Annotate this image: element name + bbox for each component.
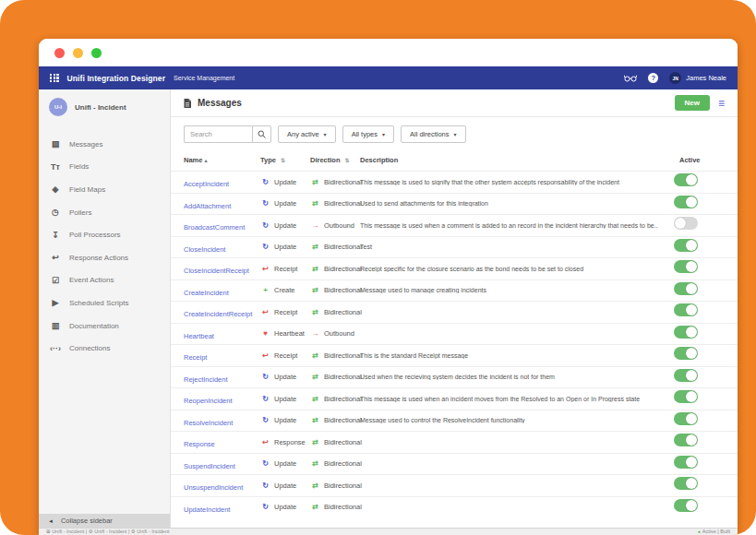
description-text: Message used to control the ResolveIncid… bbox=[360, 417, 658, 423]
user-avatar[interactable]: JN bbox=[669, 72, 681, 84]
apps-grid-icon[interactable] bbox=[50, 74, 59, 83]
message-name-link[interactable]: Heartbeat bbox=[184, 332, 214, 340]
page-header: Messages New ≡ bbox=[171, 89, 738, 117]
direction-filter-dropdown[interactable]: All directions ▾ bbox=[401, 125, 466, 143]
close-window-button[interactable] bbox=[54, 48, 65, 58]
new-button[interactable]: New bbox=[675, 95, 710, 111]
active-filter-dropdown[interactable]: Any active ▾ bbox=[278, 125, 336, 143]
active-toggle[interactable] bbox=[674, 303, 698, 316]
description-text: Used to send attachments for this integr… bbox=[360, 200, 658, 207]
type-label: Heartbeat bbox=[274, 329, 305, 338]
status-dot-icon: ● bbox=[698, 529, 701, 534]
active-toggle[interactable] bbox=[674, 499, 698, 512]
sidebar-item-label: Field Maps bbox=[69, 185, 105, 194]
direction-label: Bidirectional bbox=[324, 178, 362, 186]
search-button[interactable] bbox=[252, 125, 271, 143]
collapse-sidebar-label: Collapse sidebar bbox=[61, 517, 113, 525]
hamburger-menu-icon[interactable]: ≡ bbox=[718, 98, 725, 109]
active-toggle[interactable] bbox=[674, 390, 698, 403]
message-name-link[interactable]: CloseIncident bbox=[184, 245, 225, 254]
direction-icon: ⇄ bbox=[310, 482, 320, 490]
sidebar-item-label: Event Actions bbox=[69, 276, 114, 284]
search-input[interactable] bbox=[184, 125, 252, 143]
message-name-link[interactable]: ResolveIncident bbox=[184, 419, 233, 427]
sidebar-item-field-maps[interactable]: ◈ Field Maps bbox=[39, 178, 170, 201]
type-label: Update bbox=[274, 459, 296, 468]
table-row: ReopenIncident ↻ Update ⇄ Bidirectional … bbox=[171, 387, 738, 410]
description-text: This message is used when a comment is a… bbox=[360, 222, 658, 229]
active-toggle[interactable] bbox=[674, 456, 698, 469]
sidebar-item-documentation[interactable]: ▥ Documentation bbox=[39, 315, 170, 338]
message-name-link[interactable]: BroadcastComment bbox=[184, 223, 245, 232]
message-name-link[interactable]: RejectIncident bbox=[184, 375, 228, 384]
sidebar-item-fields[interactable]: Tт Fields bbox=[39, 156, 170, 179]
message-name-link[interactable]: Receipt bbox=[184, 353, 207, 362]
message-name-link[interactable]: Response bbox=[184, 440, 215, 448]
sidebar-item-messages[interactable]: ▤ Messages bbox=[39, 133, 170, 156]
message-name-link[interactable]: CloseIncidentReceipt bbox=[184, 267, 249, 275]
active-toggle[interactable] bbox=[674, 217, 698, 230]
main-content: Messages New ≡ Any active ▾ bbox=[171, 89, 738, 528]
footer-tabs[interactable]: ⊞ Unifi - Incident | ⚙ Unifi - Incident … bbox=[46, 529, 170, 534]
minimize-window-button[interactable] bbox=[73, 48, 83, 58]
active-toggle[interactable] bbox=[674, 369, 698, 382]
message-name-link[interactable]: ReopenIncident bbox=[184, 397, 233, 405]
text-format-icon: Tт bbox=[50, 162, 61, 172]
message-name-link[interactable]: AddAttachment bbox=[184, 202, 231, 210]
collapse-sidebar-button[interactable]: ◄ Collapse sidebar bbox=[39, 514, 170, 528]
active-toggle[interactable] bbox=[674, 326, 698, 339]
type-icon: ↻ bbox=[260, 395, 270, 403]
message-name-link[interactable]: CreateIncidentReceipt bbox=[184, 310, 252, 318]
column-header-type[interactable]: Type⇅ bbox=[260, 156, 310, 164]
sidebar-item-poll-processors[interactable]: ↧ Poll Processors bbox=[39, 223, 170, 246]
active-toggle[interactable] bbox=[674, 196, 698, 208]
active-toggle[interactable] bbox=[674, 347, 698, 360]
description-text: This message is used to signify that the… bbox=[360, 179, 658, 185]
active-toggle[interactable] bbox=[674, 239, 698, 252]
column-header-name[interactable]: Name▴ bbox=[184, 156, 260, 164]
type-filter-dropdown[interactable]: All types ▾ bbox=[342, 125, 394, 143]
sidebar-item-response-actions[interactable]: ↩ Response Actions bbox=[39, 246, 170, 269]
user-name[interactable]: James Neale bbox=[686, 74, 726, 82]
chevron-down-icon: ▾ bbox=[454, 131, 457, 137]
browser-window: Unifi Integration Designer Service Manag… bbox=[39, 39, 738, 535]
direction-icon: ⇄ bbox=[310, 308, 320, 316]
type-icon: ↩ bbox=[260, 265, 270, 273]
column-header-description: Description bbox=[360, 156, 667, 164]
desktop-background: Unifi Integration Designer Service Manag… bbox=[0, 0, 756, 535]
active-toggle[interactable] bbox=[674, 477, 698, 490]
app-header: Unifi Integration Designer Service Manag… bbox=[39, 66, 738, 89]
sidebar-item-pollers[interactable]: ◷ Pollers bbox=[39, 201, 170, 224]
sidebar-item-connections[interactable]: ‹··› Connections bbox=[39, 337, 170, 360]
active-toggle[interactable] bbox=[674, 412, 698, 425]
type-label: Receipt bbox=[274, 351, 297, 360]
message-name-link[interactable]: UnsuspendIncident bbox=[184, 483, 243, 492]
help-icon[interactable]: ? bbox=[648, 73, 658, 83]
sort-icon: ⇅ bbox=[281, 157, 285, 163]
sidebar-item-event-actions[interactable]: ☑ Event Actions bbox=[39, 269, 170, 292]
type-icon: ↻ bbox=[260, 482, 270, 490]
active-toggle[interactable] bbox=[674, 260, 698, 273]
message-name-link[interactable]: CreateIncident bbox=[184, 289, 229, 297]
column-header-direction[interactable]: Direction⇅ bbox=[310, 156, 360, 164]
message-name-link[interactable]: SuspendIncident bbox=[184, 462, 235, 470]
direction-label: Bidirectional bbox=[324, 373, 362, 381]
active-toggle[interactable] bbox=[674, 282, 698, 295]
message-name-link[interactable]: UpdateIncident bbox=[184, 505, 230, 514]
direction-label: Bidirectional bbox=[324, 416, 362, 424]
message-name-link[interactable]: AcceptIncident bbox=[184, 180, 229, 188]
direction-label: Bidirectional bbox=[324, 438, 362, 446]
app-brand: Unifi Integration Designer bbox=[67, 74, 166, 83]
sidebar-item-scheduled-scripts[interactable]: ▶ Scheduled Scripts bbox=[39, 291, 170, 315]
direction-label: Outbound bbox=[324, 221, 354, 230]
direction-icon: ⇄ bbox=[310, 438, 320, 446]
spectacles-icon[interactable] bbox=[624, 74, 637, 82]
maximize-window-button[interactable] bbox=[91, 48, 102, 58]
active-toggle[interactable] bbox=[674, 173, 698, 186]
type-label: Response bbox=[274, 438, 306, 446]
workspace-header[interactable]: U-I Unifi - Incident bbox=[39, 89, 170, 122]
active-toggle[interactable] bbox=[674, 434, 698, 446]
table-row: CloseIncidentReceipt ↩ Receipt ⇄ Bidirec… bbox=[171, 257, 738, 279]
type-icon: ↻ bbox=[260, 459, 270, 468]
file-icon: ▤ bbox=[50, 139, 61, 149]
